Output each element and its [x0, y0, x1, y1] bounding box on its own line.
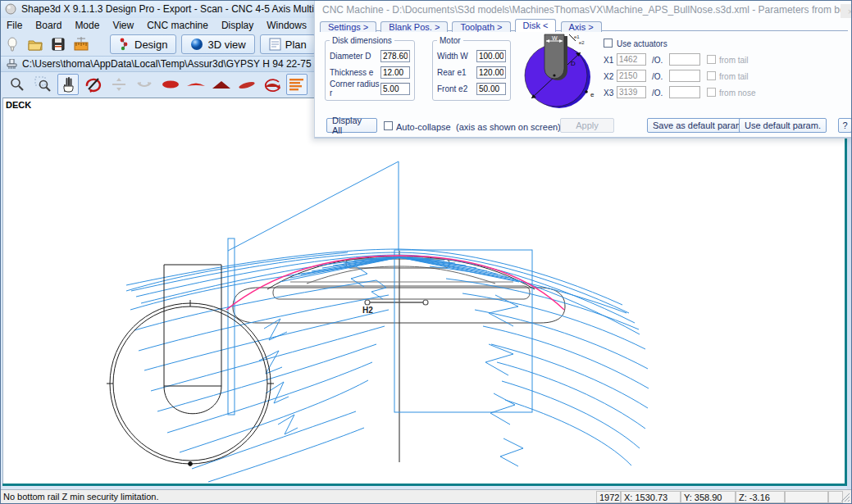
flip-horizontal-icon — [134, 74, 155, 95]
disk-dimensions-group: Disk dimensions Diameter D Thickness e C… — [325, 36, 415, 101]
illus-d-label: D — [571, 60, 576, 67]
save-default-button[interactable]: Save as default param. — [647, 118, 751, 133]
x1-input — [617, 53, 646, 66]
menu-file[interactable]: File — [0, 18, 29, 33]
menu-mode[interactable]: Mode — [68, 18, 106, 33]
menu-cnc-machine[interactable]: CNC machine — [140, 18, 215, 33]
toolpath-leadin — [228, 161, 399, 251]
menu-windows[interactable]: Windows — [260, 18, 313, 33]
motor-front-label: Front e2 — [437, 84, 476, 93]
status-message: No bottom rail Z min security limitation… — [3, 492, 159, 502]
cnc-machine-dialog: CNC Machine - D:\Documents\S3d models\Ma… — [314, 0, 852, 138]
corner-radius-input[interactable] — [380, 83, 410, 95]
tab-blank-pos[interactable]: Blank Pos. > — [380, 21, 448, 32]
cnc-drawing: DECK H2 — [3, 98, 845, 484]
use-actuators-checkbox[interactable] — [604, 39, 613, 48]
menu-view[interactable]: View — [106, 18, 140, 33]
toolpath-lines-icon[interactable] — [286, 74, 308, 95]
zoom-window-icon[interactable] — [32, 74, 53, 95]
use-actuators-label: Use actuators — [617, 39, 667, 48]
x1-mid-label: /O. — [652, 56, 663, 65]
save-icon[interactable] — [49, 35, 67, 53]
resize-grip[interactable] — [840, 492, 851, 503]
x2-from-tail-label: from tail — [719, 72, 749, 81]
toolpath-curves — [126, 161, 649, 482]
board-section-outline — [233, 251, 565, 462]
canvas-border-bottom — [2, 484, 847, 486]
x3-from-nose-label: from nose — [719, 89, 755, 98]
slice-view-icon[interactable] — [235, 74, 257, 95]
pointer-tool-icon[interactable] — [3, 35, 21, 53]
rocker-view-icon[interactable] — [185, 74, 206, 95]
rotate-view-icon[interactable] — [83, 74, 104, 95]
doc-cnc-icon — [7, 59, 17, 70]
window-right-gutter — [847, 98, 852, 489]
actuators-panel: Use actuators X1 /O. from tail X2 /O. fr… — [604, 38, 841, 103]
status-z-coord: Z: -3.16 — [736, 491, 785, 503]
motor-front-input[interactable] — [476, 83, 506, 95]
auto-collapse-checkbox[interactable] — [384, 121, 393, 130]
motor-width-label: Width W — [437, 52, 476, 61]
tab-toolpath[interactable]: Toolpath > — [452, 21, 510, 32]
measure-icon[interactable] — [72, 35, 90, 53]
dialog-help-button[interactable]: ? — [838, 118, 852, 133]
h2-label: H2 — [362, 306, 373, 315]
corner-radius-label: Corner radius r — [330, 79, 380, 98]
status-empty-1 — [785, 491, 828, 503]
tab-disk[interactable]: Disk < — [515, 19, 557, 32]
status-bar: No bottom rail Z min security limitation… — [0, 489, 852, 504]
dialog-close-button[interactable]: × — [841, 4, 852, 18]
disk-tool-outline — [107, 265, 274, 465]
zoom-in-icon[interactable] — [7, 74, 28, 95]
pan-hand-icon[interactable] — [57, 74, 79, 95]
menu-board[interactable]: Board — [29, 18, 68, 33]
diameter-input[interactable] — [380, 50, 410, 62]
outline-view-icon[interactable] — [159, 74, 180, 95]
motor-group: Motor Width W Rear e1 Front e2 — [432, 36, 511, 101]
illus-w-label: W — [552, 35, 558, 41]
view-mode-label: DECK — [6, 100, 31, 110]
use-default-button[interactable]: Use default param. — [739, 118, 827, 133]
rotate-section-icon[interactable] — [261, 74, 282, 95]
thickness-label: Thickness e — [330, 68, 380, 77]
auto-collapse-label: Auto-collapse — [396, 122, 451, 132]
x2-offset-input — [669, 70, 700, 82]
motor-width-input[interactable] — [476, 50, 506, 62]
status-y-coord: Y: 358.90 — [681, 491, 736, 503]
x1-label: X1 — [604, 56, 613, 65]
x1-offset-input — [669, 53, 700, 66]
status-x-coord: X: 1530.73 — [621, 491, 681, 503]
plan-icon — [269, 38, 281, 51]
plan-view-label: Plan — [285, 39, 307, 51]
display-all-button[interactable]: Display All — [326, 118, 377, 133]
dialog-title: CNC Machine - D:\Documents\S3d models\Ma… — [322, 4, 852, 16]
x3-offset-input — [669, 86, 700, 98]
x3-label: X3 — [604, 89, 613, 98]
x2-input — [617, 70, 646, 82]
tab-settings[interactable]: Settings > — [320, 21, 376, 32]
open-folder-icon[interactable] — [26, 35, 44, 53]
design-view-button[interactable]: Design — [110, 34, 176, 54]
axis-note: (axis as shown on screen) — [456, 122, 561, 132]
motor-outline — [164, 265, 221, 414]
disk-dimensions-legend: Disk dimensions — [330, 36, 394, 45]
dialog-tabstrip: Settings > Blank Pos. > Toolpath > Disk … — [320, 19, 848, 31]
illus-e1-label: e1 — [574, 34, 580, 39]
x2-mid-label: /O. — [652, 72, 663, 81]
x1-from-tail-checkbox — [707, 55, 716, 64]
section-view-icon[interactable] — [210, 74, 231, 95]
motor-rear-input[interactable] — [476, 66, 506, 79]
x3-input — [617, 86, 646, 98]
thickness-input[interactable] — [380, 66, 410, 79]
plan-view-button[interactable]: Plan — [260, 34, 316, 54]
3d-view-button[interactable]: 3D view — [181, 34, 254, 54]
motor-rear-label: Rear e1 — [437, 68, 476, 77]
motor-legend: Motor — [437, 36, 463, 45]
tab-axis[interactable]: Axis > — [561, 21, 602, 32]
drawing-canvas[interactable]: DECK H2 — [2, 98, 845, 484]
flip-vertical-icon — [108, 74, 130, 95]
status-count: 1972 — [596, 491, 621, 503]
apply-button: Apply — [560, 118, 614, 133]
menu-display[interactable]: Display — [215, 18, 260, 33]
x2-label: X2 — [604, 72, 613, 81]
